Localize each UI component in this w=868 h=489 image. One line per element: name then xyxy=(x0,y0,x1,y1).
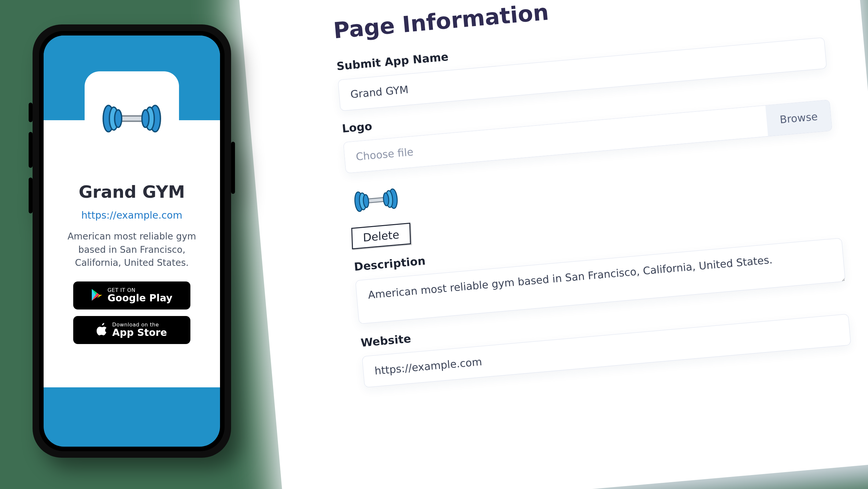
delete-button[interactable]: Delete xyxy=(351,223,411,250)
phone-mock: Grand GYM https://example.com American m… xyxy=(33,24,231,458)
app-logo-badge xyxy=(85,71,179,166)
store-name: Google Play xyxy=(107,293,173,303)
svg-point-10 xyxy=(115,110,122,127)
svg-rect-7 xyxy=(119,116,145,121)
page-title: Page Information xyxy=(332,0,821,44)
phone-side-button xyxy=(29,132,33,168)
form-panel-wrap: Page Information Submit App Name Logo Ch… xyxy=(238,0,868,489)
svg-point-13 xyxy=(142,110,149,127)
google-play-icon xyxy=(91,288,103,303)
phone-card: Grand GYM https://example.com American m… xyxy=(43,120,220,387)
app-store-button[interactable]: Download on the App Store xyxy=(73,316,190,344)
stage: Page Information Submit App Name Logo Ch… xyxy=(0,0,868,489)
phone-screen: Grand GYM https://example.com American m… xyxy=(43,35,220,447)
browse-button[interactable]: Browse xyxy=(766,100,832,136)
form-panel: Page Information Submit App Name Logo Ch… xyxy=(238,0,868,489)
apple-icon xyxy=(97,323,108,337)
app-description: American most reliable gym based in San … xyxy=(57,230,207,270)
dumbbell-icon xyxy=(94,96,169,141)
store-name: App Store xyxy=(112,327,167,338)
app-link[interactable]: https://example.com xyxy=(57,209,207,221)
phone-side-button xyxy=(29,177,33,213)
google-play-button[interactable]: GET IT ON Google Play xyxy=(73,282,190,310)
dumbbell-icon xyxy=(347,181,405,219)
phone-side-button xyxy=(29,103,33,122)
phone-side-button xyxy=(231,142,235,194)
app-title: Grand GYM xyxy=(57,182,207,202)
